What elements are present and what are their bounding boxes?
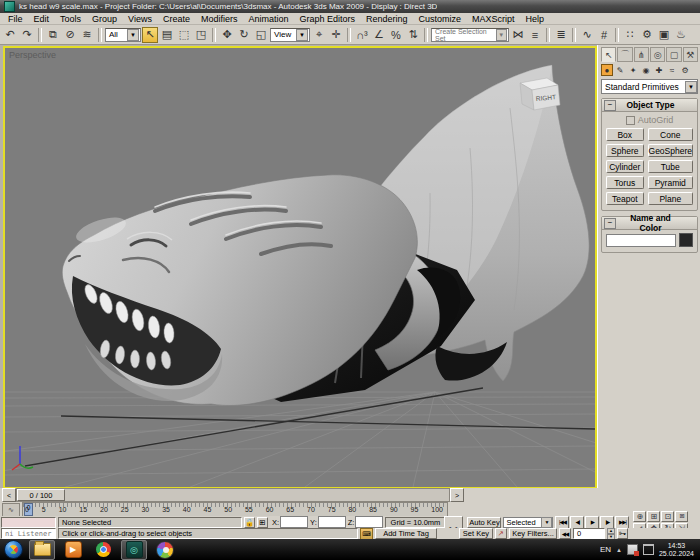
taskbar-clock[interactable]: 14:53 25.02.2024 — [659, 542, 696, 558]
zoom-icon[interactable]: ⊕ — [633, 511, 646, 522]
render-production-icon[interactable]: ♨ — [673, 27, 689, 43]
primitive-category-dropdown[interactable]: Standard Primitives ▼ — [601, 79, 698, 94]
play-button[interactable]: ▶ — [585, 516, 599, 529]
toolbar-separator[interactable] — [98, 28, 102, 42]
object-name-field[interactable] — [606, 234, 676, 247]
zoom-all-icon[interactable]: ⊞ — [647, 511, 660, 522]
coordinate-field[interactable] — [355, 516, 383, 528]
menu-item[interactable]: Animation — [243, 14, 293, 24]
helpers-category-icon[interactable]: ✚ — [653, 64, 665, 76]
viewport-label[interactable]: Perspective — [9, 50, 56, 60]
viewport-canvas[interactable]: RIGHT — [5, 48, 595, 487]
title-bar[interactable]: ks head w9 scale.max - Project Folder: C… — [0, 0, 700, 13]
toolbar-separator[interactable] — [572, 28, 576, 42]
toolbar-separator[interactable] — [424, 28, 428, 42]
select-by-name-icon[interactable]: ▤ — [159, 27, 175, 43]
keyboard-shortcut-override-icon[interactable]: ⌨ — [360, 528, 373, 540]
create-tab-icon[interactable]: ↖ — [601, 47, 616, 62]
lights-category-icon[interactable]: ✦ — [627, 64, 639, 76]
align-icon[interactable]: ≡ — [527, 27, 543, 43]
menu-item[interactable]: File — [3, 14, 28, 24]
angle-snap-icon[interactable]: ∠ — [371, 27, 387, 43]
menu-item[interactable]: Graph Editors — [294, 14, 360, 24]
menu-item[interactable]: Help — [521, 14, 550, 24]
maxscript-mini-listener[interactable]: ni Listener — [1, 528, 56, 539]
snaps-toggle-icon[interactable]: ∩³ — [354, 27, 370, 43]
use-pivot-center-icon[interactable]: ⌖ — [311, 27, 327, 43]
space-warps-category-icon[interactable]: ≈ — [666, 64, 678, 76]
primitive-button[interactable]: Plane — [648, 192, 693, 205]
primitive-button[interactable]: Tube — [648, 160, 693, 173]
key-filters-button[interactable]: Key Filters... — [509, 528, 557, 539]
toolbar-separator[interactable] — [546, 28, 550, 42]
time-slider-track[interactable]: 0 / 100 — [16, 488, 450, 502]
select-object-icon[interactable]: ↖ — [142, 27, 158, 43]
toolbar-separator[interactable] — [212, 28, 216, 42]
primitive-button[interactable]: GeoSphere — [648, 144, 693, 157]
right-label-cube[interactable]: RIGHT — [520, 78, 560, 110]
display-tab-icon[interactable]: ▢ — [666, 47, 681, 62]
media-player-taskbar-icon[interactable]: ▶ — [61, 541, 85, 559]
menu-item[interactable]: Rendering — [361, 14, 413, 24]
menu-item[interactable]: Customize — [414, 14, 467, 24]
zoom-extents-icon[interactable]: ⊡ — [661, 511, 674, 522]
primitive-button[interactable]: Cylinder — [606, 160, 644, 173]
layer-manager-icon[interactable]: ≣ — [553, 27, 569, 43]
menu-item[interactable]: Views — [123, 14, 157, 24]
add-time-tag[interactable]: Add Time Tag — [375, 528, 437, 539]
language-indicator[interactable]: EN — [600, 545, 611, 554]
selection-lock-icon[interactable]: 🔒 — [244, 517, 255, 528]
schematic-view-icon[interactable]: # — [596, 27, 612, 43]
menu-item[interactable]: Modifiers — [196, 14, 243, 24]
primitive-button[interactable]: Torus — [606, 176, 644, 189]
track-bar-ruler[interactable]: 0 05101520253035404550556065707580859095… — [22, 502, 448, 517]
time-slider-handle[interactable]: 0 / 100 — [17, 489, 65, 501]
percent-snap-icon[interactable]: % — [388, 27, 404, 43]
menu-item[interactable]: MAXScript — [467, 14, 520, 24]
name-and-color-rollout-header[interactable]: − Name and Color — [602, 217, 697, 230]
action-center-flag-icon[interactable] — [627, 544, 638, 555]
set-key-button[interactable]: Set Key — [459, 528, 493, 539]
primitive-button[interactable]: Sphere — [606, 144, 644, 157]
undo-icon[interactable]: ↶ — [2, 27, 18, 43]
zoom-extents-all-icon[interactable]: ⧈ — [675, 511, 688, 522]
spinner-snap-icon[interactable]: ⇅ — [405, 27, 421, 43]
modify-tab-icon[interactable]: ⌒ — [617, 47, 632, 62]
tray-window-icon[interactable] — [643, 544, 654, 555]
auto-key-button[interactable]: Auto Key — [467, 517, 501, 528]
rendered-frame-icon[interactable]: ▣ — [656, 27, 672, 43]
tray-expand-icon[interactable]: ▲ — [616, 547, 622, 553]
toolbar-separator[interactable] — [347, 28, 351, 42]
shapes-category-icon[interactable]: ✎ — [614, 64, 626, 76]
teal-app-taskbar-icon[interactable]: ◎ — [121, 540, 147, 560]
start-button[interactable] — [4, 540, 23, 559]
reference-coordinate-dropdown[interactable]: View ▼ — [270, 28, 310, 42]
bind-to-space-warp-icon[interactable]: ≋ — [79, 27, 95, 43]
current-frame-field[interactable]: 0 — [573, 528, 605, 539]
named-selection-sets-dropdown[interactable]: Create Selection Set ▼ — [431, 28, 509, 42]
primitive-button[interactable]: Box — [606, 128, 644, 141]
primitive-button[interactable]: Pyramid — [648, 176, 693, 189]
unlink-selection-icon[interactable]: ⊘ — [62, 27, 78, 43]
coordinate-field[interactable] — [280, 516, 308, 528]
absolute-offset-toggle-icon[interactable]: ⊞ — [257, 517, 268, 528]
curve-editor-icon[interactable]: ∿ — [579, 27, 595, 43]
cameras-category-icon[interactable]: ◉ — [640, 64, 652, 76]
select-and-link-icon[interactable]: ⧉ — [45, 27, 61, 43]
key-mode-icon[interactable]: 🗝 — [617, 528, 628, 539]
motion-tab-icon[interactable]: ◎ — [650, 47, 665, 62]
macro-recorder-pane[interactable] — [1, 517, 56, 528]
selection-filter-dropdown[interactable]: All ▼ — [105, 28, 141, 42]
coordinate-field[interactable] — [318, 516, 346, 528]
mini-curve-editor-button[interactable]: ∿ — [2, 503, 20, 517]
geometry-category-icon[interactable]: ● — [601, 64, 613, 76]
perspective-viewport[interactable]: Perspective — [3, 46, 597, 489]
file-explorer-taskbar-icon[interactable] — [29, 540, 55, 560]
chrome-taskbar-icon[interactable] — [91, 541, 115, 559]
time-slider-prev-button[interactable]: < — [2, 488, 16, 502]
redo-icon[interactable]: ↷ — [19, 27, 35, 43]
utilities-tab-icon[interactable]: ⚒ — [683, 47, 698, 62]
key-mode-toggle-icon[interactable]: ◀◀ — [559, 528, 571, 539]
select-and-scale-icon[interactable]: ◱ — [253, 27, 269, 43]
select-and-rotate-icon[interactable]: ↻ — [236, 27, 252, 43]
